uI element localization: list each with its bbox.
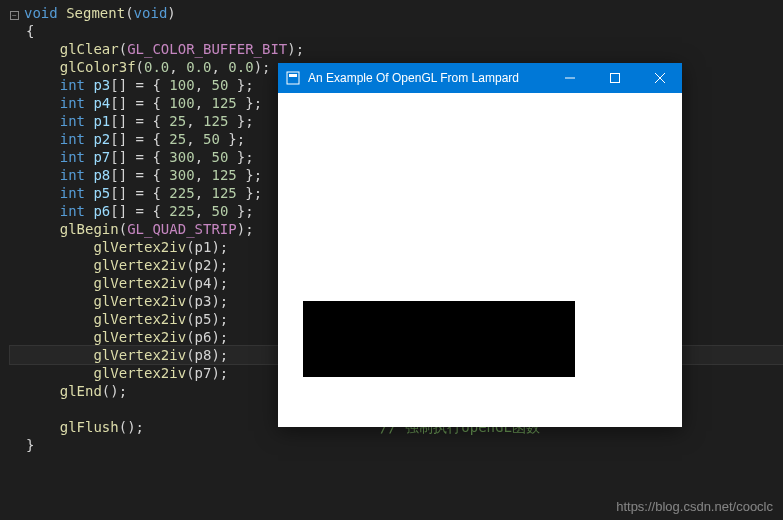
window-controls [547, 63, 682, 93]
svg-rect-0 [287, 72, 299, 84]
code-line: −void Segment(void) [10, 4, 783, 22]
opengl-canvas [278, 93, 682, 427]
svg-rect-1 [289, 74, 297, 77]
svg-rect-3 [610, 74, 619, 83]
code-line: glClear(GL_COLOR_BUFFER_BIT); [10, 40, 783, 58]
rendered-quad [303, 301, 575, 377]
code-line: } [10, 436, 783, 454]
code-line: { [10, 22, 783, 40]
titlebar[interactable]: An Example Of OpenGL From Lampard [278, 63, 682, 93]
minimize-button[interactable] [547, 63, 592, 93]
close-button[interactable] [637, 63, 682, 93]
window-title: An Example Of OpenGL From Lampard [308, 71, 547, 85]
opengl-output-window: An Example Of OpenGL From Lampard [278, 63, 682, 427]
fold-icon[interactable]: − [10, 11, 19, 20]
app-icon [286, 71, 300, 85]
maximize-button[interactable] [592, 63, 637, 93]
watermark: https://blog.csdn.net/cooclc [616, 499, 773, 514]
